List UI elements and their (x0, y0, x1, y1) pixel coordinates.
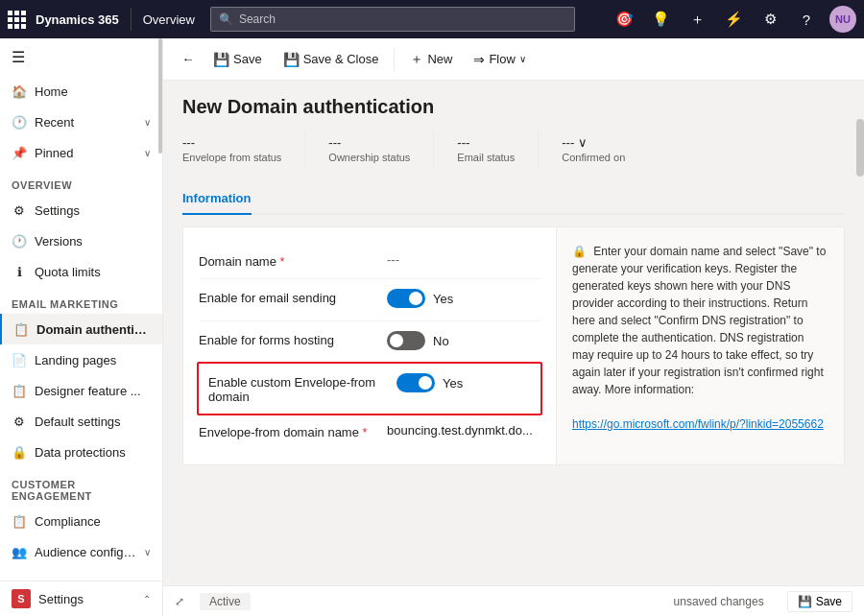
settings-sidebar-icon: ⚙ (12, 202, 27, 218)
bottom-save-icon: 💾 (798, 595, 812, 608)
sidebar-item-settings-bottom[interactable]: S Settings ⌃ (0, 580, 162, 616)
sidebar-item-quota[interactable]: ℹ Quota limits (0, 256, 162, 287)
tab-bar: Information (182, 183, 845, 215)
field-enable-custom-envelope: Enable custom Envelope-from domain Yes (197, 362, 542, 415)
compliance-icon: 📋 (12, 513, 27, 529)
save-button[interactable]: 💾 Save (204, 46, 272, 73)
versions-icon: 🕐 (12, 233, 27, 249)
form-info-panel: 🔒 Enter your domain name and select "Sav… (556, 227, 844, 464)
sidebar-quota-label: Quota limits (35, 265, 151, 279)
confirmed-on-value: --- ∨ (562, 135, 625, 150)
tab-information[interactable]: Information (182, 183, 252, 215)
settings-icon[interactable]: ⚙ (756, 6, 783, 33)
bulb-icon[interactable]: 💡 (647, 6, 674, 33)
envelope-from-domain-value[interactable]: bouncing.test.dynmkt.do... (387, 423, 540, 438)
search-input[interactable] (239, 12, 566, 26)
custom-envelope-toggle[interactable]: Yes (396, 373, 463, 392)
email-sending-toggle-track[interactable] (387, 289, 425, 308)
sidebar-data-protection-label: Data protections (35, 445, 151, 460)
sidebar-item-landing-pages[interactable]: 📄 Landing pages (0, 344, 162, 375)
ownership-label: Ownership status (328, 152, 410, 163)
hamburger-icon: ☰ (12, 48, 25, 66)
sidebar-item-domain-auth[interactable]: 📋 Domain authentic... (0, 314, 162, 344)
add-icon[interactable]: ＋ (684, 6, 710, 33)
sidebar-landing-label: Landing pages (35, 353, 151, 367)
target-icon[interactable]: 🎯 (611, 6, 637, 33)
expand-icon[interactable]: ⤢ (175, 595, 184, 608)
bottom-save-button[interactable]: 💾 Save (787, 591, 852, 612)
flow-button[interactable]: ⇒ Flow ∨ (464, 46, 535, 73)
sidebar-default-label: Default settings (35, 415, 151, 429)
confirmed-chevron-icon: ∨ (578, 135, 588, 150)
customer-engagement-section-header: Customer engagement (0, 467, 162, 506)
sidebar-item-home[interactable]: 🏠 Home (0, 76, 162, 107)
page-scroll-thumb (856, 119, 864, 177)
email-sending-toggle[interactable]: Yes (387, 289, 453, 308)
back-button[interactable]: ← (175, 46, 202, 73)
avatar[interactable]: NU (829, 6, 856, 33)
info-link[interactable]: https://go.microsoft.com/fwlink/p/?linki… (572, 417, 824, 431)
ownership-value: --- (328, 135, 410, 150)
recent-icon: 🕐 (12, 114, 27, 130)
command-bar: ← 💾 Save 💾 Save & Close ＋ New ⇒ Flow ∨ (163, 38, 864, 81)
sidebar-item-compliance[interactable]: 📋 Compliance (0, 506, 162, 536)
pin-icon: 📌 (12, 145, 27, 160)
bottom-status-bar: ⤢ Active unsaved changes 💾 Save (163, 585, 864, 616)
sidebar-item-audience[interactable]: 👥 Audience configure... ∨ (0, 536, 162, 567)
settings-bottom-chevron-icon: ⌃ (143, 594, 151, 604)
app-logo[interactable]: Dynamics 365 (8, 11, 119, 29)
main-area: ← 💾 Save 💾 Save & Close ＋ New ⇒ Flow ∨ (163, 38, 864, 616)
sidebar-item-default-settings[interactable]: ⚙ Default settings (0, 406, 162, 437)
sidebar-audience-label: Audience configure... (35, 545, 136, 559)
custom-envelope-toggle-track[interactable] (396, 373, 435, 392)
filter-icon[interactable]: ⚡ (720, 6, 747, 33)
data-protection-icon: 🔒 (12, 444, 27, 460)
custom-envelope-toggle-thumb (419, 376, 432, 390)
sidebar-settings-bottom-label: Settings (38, 592, 135, 606)
required-indicator-2: * (363, 425, 368, 439)
forms-hosting-toggle-track[interactable] (387, 331, 425, 350)
status-ownership: --- Ownership status (328, 135, 410, 163)
save-close-label: Save & Close (303, 52, 379, 66)
page-title: New Domain authentication (182, 96, 845, 118)
new-button[interactable]: ＋ New (400, 45, 462, 74)
form-card: Domain name * --- Enable for email sendi… (182, 226, 845, 465)
email-status-value: --- (457, 135, 515, 150)
grid-icon (8, 11, 26, 29)
lock-icon: 🔒 (572, 245, 587, 258)
sidebar-item-recent[interactable]: 🕐 Recent ∨ (0, 107, 162, 137)
app-name: Dynamics 365 (36, 12, 119, 27)
enable-forms-hosting-label: Enable for forms hosting (199, 331, 372, 347)
status-envelope-from: --- Envelope from status (182, 135, 281, 163)
forms-hosting-toggle-label: No (433, 334, 449, 348)
pinned-chevron-icon: ∨ (144, 148, 151, 158)
search-box[interactable]: 🔍 (210, 7, 575, 32)
designer-icon: 📋 (12, 383, 27, 398)
sidebar-item-settings[interactable]: ⚙ Settings (0, 195, 162, 225)
field-enable-email-sending: Enable for email sending Yes (199, 279, 540, 321)
status-confirmed-on: --- ∨ Confirmed on (562, 135, 625, 163)
sidebar-item-recent-label: Recent (35, 115, 136, 130)
envelope-from-domain-label: Envelope-from domain name * (199, 423, 372, 439)
sidebar-item-versions[interactable]: 🕐 Versions (0, 225, 162, 256)
sidebar-item-designer[interactable]: 📋 Designer feature ... (0, 375, 162, 406)
status-divider-2 (433, 130, 434, 168)
recent-chevron-icon: ∨ (144, 117, 151, 128)
domain-icon: 📋 (13, 321, 29, 337)
forms-hosting-toggle[interactable]: No (387, 331, 449, 350)
flow-label: Flow (489, 52, 515, 66)
save-close-button[interactable]: 💾 Save & Close (274, 46, 389, 73)
search-icon: 🔍 (219, 12, 233, 26)
required-indicator: * (280, 254, 285, 269)
help-icon[interactable]: ? (793, 6, 820, 33)
sidebar-hamburger[interactable]: ☰ (0, 38, 162, 76)
nav-divider (131, 8, 132, 31)
sidebar-item-data-protections[interactable]: 🔒 Data protections (0, 437, 162, 467)
email-marketing-section-header: Email marketing (0, 287, 162, 314)
sidebar-item-pinned[interactable]: 📌 Pinned ∨ (0, 137, 162, 168)
new-label: New (427, 52, 452, 66)
sidebar-settings-label: Settings (35, 203, 151, 218)
domain-name-value[interactable]: --- (387, 252, 540, 267)
active-badge: Active (200, 593, 251, 610)
settings-bottom-icon: S (12, 589, 31, 608)
